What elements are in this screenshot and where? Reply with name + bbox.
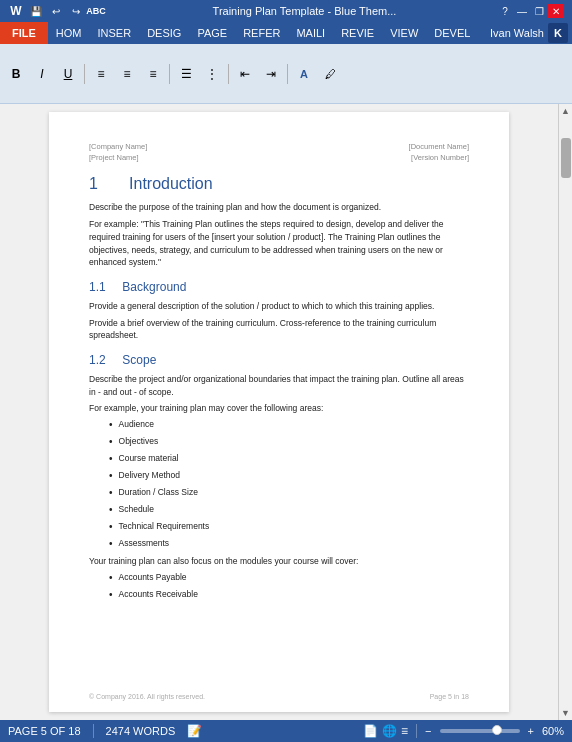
footer-right: Page 5 in 18	[430, 692, 469, 702]
proofing-icon[interactable]: 📝	[187, 724, 202, 738]
tab-page[interactable]: PAGE	[189, 22, 235, 44]
word-count-label: 2474 WORDS	[106, 725, 176, 737]
bullet-list-button[interactable]: ☰	[174, 62, 198, 86]
highlight-button[interactable]: 🖊	[318, 62, 342, 86]
tab-home[interactable]: HOM	[48, 22, 90, 44]
italic-button[interactable]: I	[30, 62, 54, 86]
tab-design[interactable]: DESIG	[139, 22, 189, 44]
align-left-button[interactable]: ≡	[89, 62, 113, 86]
word-count: 2474 WORDS	[106, 725, 176, 737]
section12-num: 1.2	[89, 353, 106, 367]
section11-body1: Provide a general description of the sol…	[89, 300, 469, 313]
list-item: Audience	[109, 419, 469, 432]
file-tab[interactable]: FILE	[0, 22, 48, 44]
redo-icon[interactable]: ↪	[68, 4, 84, 18]
scrollbar-right[interactable]: ▲ ▼	[558, 104, 572, 720]
sep4	[287, 64, 288, 84]
zoom-minus[interactable]: −	[425, 725, 431, 737]
tab-insert[interactable]: INSER	[90, 22, 140, 44]
list-item: Accounts Receivable	[109, 589, 469, 602]
scroll-down-arrow[interactable]: ▼	[559, 706, 573, 720]
list-item: Delivery Method	[109, 470, 469, 483]
status-sep2	[416, 724, 417, 738]
doc-scroll[interactable]: [Company Name] [Project Name] [Document …	[0, 104, 558, 720]
zoom-slider[interactable]	[440, 729, 520, 733]
statusbar: PAGE 5 OF 18 2474 WORDS 📝 📄 🌐 ≡ − + 60%	[0, 720, 572, 742]
project-name: [Project Name]	[89, 153, 147, 164]
tab-developer[interactable]: DEVEL	[426, 22, 478, 44]
page-info: PAGE 5 OF 18	[8, 725, 81, 737]
web-layout-icon[interactable]: 🌐	[382, 724, 397, 738]
align-center-button[interactable]: ≡	[115, 62, 139, 86]
modules-list: Accounts Payable Accounts Receivable	[109, 572, 469, 602]
spelling-icon[interactable]: ABC	[88, 4, 104, 18]
document-name: [Document Name]	[409, 142, 469, 153]
view-icons: 📄 🌐 ≡	[363, 724, 408, 738]
version-number: [Version Number]	[409, 153, 469, 164]
zoom-level[interactable]: 60%	[542, 725, 564, 737]
section11-heading: 1.1 Background	[89, 279, 469, 296]
section12-title: Scope	[122, 353, 156, 367]
toolbar: B I U ≡ ≡ ≡ ☰ ⋮ ⇤ ⇥ A 🖊	[0, 44, 572, 104]
section12-heading: 1.2 Scope	[89, 352, 469, 369]
section12-body1: Describe the project and/or organization…	[89, 373, 469, 399]
outline-view-icon[interactable]: ≡	[401, 724, 408, 738]
close-button[interactable]: ✕	[548, 4, 564, 18]
list-item: Objectives	[109, 436, 469, 449]
bold-button[interactable]: B	[4, 62, 28, 86]
sep2	[169, 64, 170, 84]
help-button[interactable]: ?	[497, 4, 513, 18]
tab-review[interactable]: REVIE	[333, 22, 382, 44]
tab-view[interactable]: VIEW	[382, 22, 426, 44]
ribbon-tabs: FILE HOM INSER DESIG PAGE REFER MAILI RE…	[0, 22, 572, 44]
indent-decrease-button[interactable]: ⇤	[233, 62, 257, 86]
titlebar-controls: ? — ❐ ✕	[497, 4, 564, 18]
section1-title: Introduction	[129, 175, 213, 192]
doc-container: [Company Name] [Project Name] [Document …	[0, 104, 572, 720]
print-layout-icon[interactable]: 📄	[363, 724, 378, 738]
section12-body3: Your training plan can also focus on the…	[89, 555, 469, 568]
list-item: Assessments	[109, 538, 469, 551]
statusbar-right: 📄 🌐 ≡ − + 60%	[363, 724, 564, 738]
minimize-button[interactable]: —	[514, 4, 530, 18]
zoom-plus[interactable]: +	[528, 725, 534, 737]
font-color-button[interactable]: A	[292, 62, 316, 86]
user-avatar: K	[548, 23, 568, 43]
word-icon: W	[8, 4, 24, 18]
page-count: PAGE 5 OF 18	[8, 725, 81, 737]
header-left: [Company Name] [Project Name]	[89, 142, 147, 163]
tab-references[interactable]: REFER	[235, 22, 288, 44]
company-name: [Company Name]	[89, 142, 147, 153]
header-right: [Document Name] [Version Number]	[409, 142, 469, 163]
section11-title: Background	[122, 280, 186, 294]
section1-heading: 1 Introduction	[89, 173, 469, 195]
sep1	[84, 64, 85, 84]
user-area: Ivan Walsh K	[490, 23, 572, 43]
scope-list: Audience Objectives Course material Deli…	[109, 419, 469, 551]
indent-increase-button[interactable]: ⇥	[259, 62, 283, 86]
doc-page: [Company Name] [Project Name] [Document …	[49, 112, 509, 712]
titlebar-title: Training Plan Template - Blue Them...	[112, 5, 497, 17]
list-item: Course material	[109, 453, 469, 466]
section1-body2: For example: "This Training Plan outline…	[89, 218, 469, 269]
align-right-button[interactable]: ≡	[141, 62, 165, 86]
menu-tabs: HOM INSER DESIG PAGE REFER MAILI REVIE V…	[48, 22, 479, 44]
underline-button[interactable]: U	[56, 62, 80, 86]
restore-button[interactable]: ❐	[531, 4, 547, 18]
status-sep1	[93, 724, 94, 738]
list-item: Accounts Payable	[109, 572, 469, 585]
tab-mailings[interactable]: MAILI	[288, 22, 333, 44]
scrollbar-thumb[interactable]	[561, 138, 571, 178]
save-icon[interactable]: 💾	[28, 4, 44, 18]
list-item: Schedule	[109, 504, 469, 517]
undo-icon[interactable]: ↩	[48, 4, 64, 18]
scroll-up-arrow[interactable]: ▲	[559, 104, 573, 118]
user-name[interactable]: Ivan Walsh	[490, 27, 544, 39]
doc-footer: © Company 2016. All rights reserved. Pag…	[89, 692, 469, 702]
section12-body2: For example, your training plan may cove…	[89, 402, 469, 415]
doc-header: [Company Name] [Project Name] [Document …	[89, 142, 469, 163]
titlebar-app-icons: W 💾 ↩ ↪ ABC	[8, 4, 104, 18]
list-item: Duration / Class Size	[109, 487, 469, 500]
section1-body1: Describe the purpose of the training pla…	[89, 201, 469, 214]
numbered-list-button[interactable]: ⋮	[200, 62, 224, 86]
